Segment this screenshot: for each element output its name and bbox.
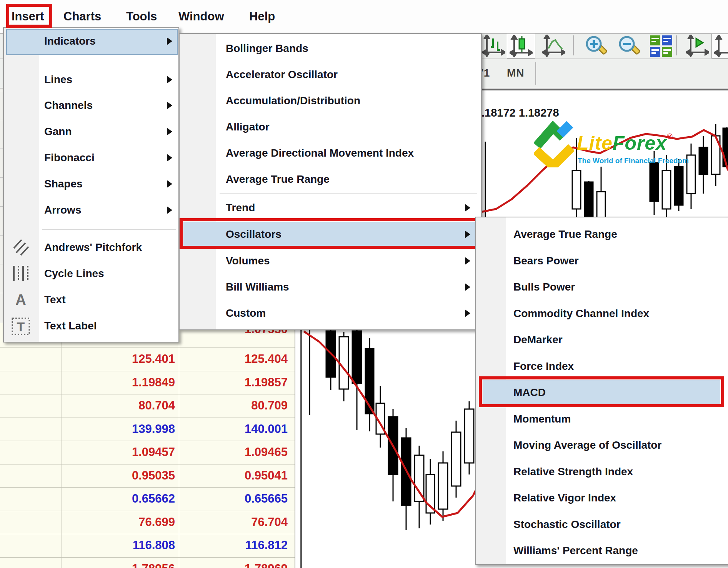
menu-item-relative-strength-index[interactable]: Relative Strength Index — [513, 459, 633, 484]
insert-menu: IndicatorsLinesChannelsGannFibonacciShap… — [3, 27, 179, 342]
menu-item-average-directional-movement-index[interactable]: Average Directional Movement Index — [226, 141, 414, 165]
menu-item-arrows[interactable]: Arrows — [44, 198, 81, 222]
ask-cell[interactable]: 80.709 — [179, 394, 295, 417]
bid-cell[interactable]: 80.704 — [62, 394, 179, 417]
line-chart-icon[interactable] — [540, 34, 568, 58]
market-watch-table: 1.07530125.401125.4041.198491.1985780.70… — [0, 323, 295, 568]
svg-text:T: T — [17, 319, 25, 334]
menu-item-gann[interactable]: Gann — [44, 119, 72, 144]
bid-cell[interactable]: 116.808 — [62, 534, 179, 557]
submenu-arrow-icon — [465, 204, 470, 212]
menu-item-channels[interactable]: Channels — [44, 93, 93, 118]
liteforex-logo: LiteForex® The World of Financial Freedo… — [534, 117, 699, 171]
submenu-arrow-icon — [465, 231, 470, 238]
menu-item-oscillators[interactable]: Oscillators — [226, 222, 282, 247]
menu-item-macd[interactable]: MACD — [513, 380, 546, 405]
ask-cell[interactable]: 76.704 — [179, 511, 295, 534]
liteforex-tagline: The World of Financial Freedom — [578, 157, 689, 165]
timeframe-mn[interactable]: MN — [507, 67, 525, 79]
liteforex-logo-mark — [534, 117, 574, 167]
menu-item-text[interactable]: Text — [44, 287, 66, 312]
text-icon: A — [10, 289, 32, 311]
submenu-arrow-icon — [167, 128, 172, 135]
candlestick-chart-icon[interactable] — [507, 34, 535, 58]
ask-cell[interactable]: 125.404 — [179, 347, 295, 371]
ask-cell[interactable]: 116.812 — [179, 534, 295, 557]
menu-item-average-true-range[interactable]: Average True Range — [226, 167, 330, 192]
oscillators-submenu: Average True RangeBears PowerBulls Power… — [475, 217, 728, 565]
bar-chart-icon[interactable] — [480, 34, 508, 58]
toolbar-separator — [676, 35, 677, 55]
ask-cell[interactable]: 0.95041 — [179, 464, 295, 487]
menubar-item-tools[interactable]: Tools — [126, 7, 157, 26]
submenu-arrow-icon — [167, 206, 172, 214]
indicators-submenu: Bollinger BandsAccelerator OscillatorAcc… — [179, 33, 482, 330]
menubar-item-charts[interactable]: Charts — [63, 7, 101, 26]
menu-item-indicators[interactable]: Indicators — [44, 29, 96, 53]
menu-item-bollinger-bands[interactable]: Bollinger Bands — [226, 36, 308, 61]
menu-item-alligator[interactable]: Alligator — [226, 115, 270, 139]
tile-windows-icon[interactable] — [647, 34, 675, 58]
menu-icon-gutter — [180, 34, 216, 329]
menu-item-trend[interactable]: Trend — [226, 195, 255, 220]
submenu-arrow-icon — [167, 76, 172, 84]
submenu-arrow-icon — [167, 180, 172, 188]
bid-cell[interactable]: 0.65662 — [62, 487, 179, 510]
menu-item-relative-vigor-index[interactable]: Relative Vigor Index — [513, 486, 616, 510]
menu-item-williams-percent-range[interactable]: Williams' Percent Range — [513, 538, 638, 563]
menu-item-text-label[interactable]: Text Label — [44, 314, 97, 338]
submenu-arrow-icon — [167, 37, 172, 45]
menu-item-commodity-channel-index[interactable]: Commodity Channel Index — [513, 301, 649, 326]
menu-item-fibonacci[interactable]: Fibonacci — [44, 145, 95, 170]
menu-separator — [220, 193, 477, 194]
menu-item-shapes[interactable]: Shapes — [44, 172, 83, 196]
menu-item-custom[interactable]: Custom — [226, 301, 266, 326]
bid-cell[interactable]: 139.998 — [62, 418, 179, 441]
zoom-in-icon[interactable] — [581, 34, 609, 58]
menu-item-stochastic-oscillator[interactable]: Stochastic Oscillator — [513, 512, 621, 537]
menu-item-lines[interactable]: Lines — [44, 67, 72, 92]
bid-cell[interactable]: 1.19849 — [62, 371, 179, 394]
bid-cell[interactable]: 76.699 — [62, 511, 179, 534]
menu-item-volumes[interactable]: Volumes — [226, 249, 270, 273]
menu-item-demarker[interactable]: DeMarker — [513, 327, 563, 352]
menu-item-accumulation-distribution[interactable]: Accumulation/Distribution — [226, 89, 360, 113]
text-label-icon: T — [10, 315, 32, 337]
ask-cell[interactable]: 1.09465 — [179, 441, 295, 464]
menubar-item-help[interactable]: Help — [249, 7, 275, 26]
submenu-arrow-icon — [167, 102, 172, 109]
menu-item-average-true-range[interactable]: Average True Range — [513, 222, 617, 247]
menu-item-force-index[interactable]: Force Index — [513, 354, 574, 379]
menu-item-bulls-power[interactable]: Bulls Power — [513, 275, 575, 299]
toolbar-separator — [535, 62, 536, 85]
menu-item-bears-power[interactable]: Bears Power — [513, 249, 579, 273]
bid-cell[interactable]: 0.95035 — [62, 464, 179, 487]
toolbar-separator — [573, 35, 574, 55]
menu-item-cycle-lines[interactable]: Cycle Lines — [44, 261, 104, 286]
ask-cell[interactable]: 1.78969 — [179, 557, 295, 568]
ask-cell[interactable]: 0.65665 — [179, 487, 295, 510]
menu-item-andrews-pitchfork[interactable]: Andrews' Pitchfork — [44, 235, 142, 260]
bid-cell[interactable]: 1.09457 — [62, 441, 179, 464]
menu-item-momentum[interactable]: Momentum — [513, 407, 571, 431]
cycle-lines-icon — [10, 263, 32, 284]
bid-cell[interactable]: 1.78956 — [62, 557, 179, 568]
submenu-arrow-icon — [465, 283, 470, 291]
menu-separator — [42, 229, 176, 230]
menu-item-accelerator-oscillator[interactable]: Accelerator Oscillator — [226, 62, 338, 87]
zoom-out-icon[interactable] — [615, 34, 642, 58]
ask-cell[interactable]: 140.001 — [179, 418, 295, 441]
liteforex-logo-text: LiteForex® — [577, 132, 673, 154]
menubar-item-window[interactable]: Window — [178, 7, 224, 26]
submenu-arrow-icon — [465, 257, 470, 265]
menu-item-bill-williams[interactable]: Bill Williams — [226, 275, 289, 299]
chart-shift-icon[interactable] — [711, 34, 728, 58]
submenu-arrow-icon — [167, 154, 172, 162]
bid-cell[interactable]: 125.401 — [62, 347, 179, 371]
andrews-pitchfork-icon — [10, 237, 32, 258]
menu-item-moving-average-of-oscillator[interactable]: Moving Average of Oscillator — [513, 433, 661, 458]
auto-scroll-icon[interactable] — [684, 34, 711, 58]
submenu-arrow-icon — [465, 309, 470, 317]
menubar-item-insert[interactable]: Insert — [12, 7, 44, 26]
ask-cell[interactable]: 1.19857 — [179, 371, 295, 394]
